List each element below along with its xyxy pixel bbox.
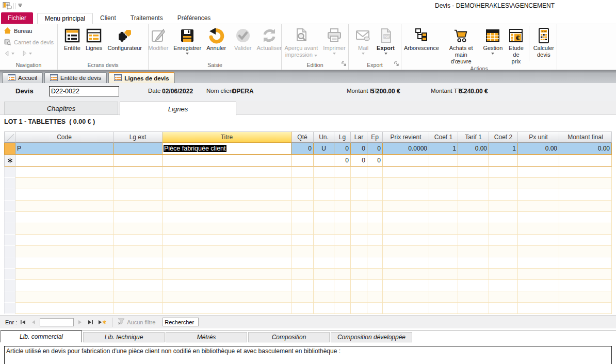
grid-empty-row	[4, 212, 612, 223]
cell-ep-new[interactable]: 0	[367, 155, 383, 167]
cell-lg-ext[interactable]	[114, 143, 163, 155]
form-tab-icon	[50, 74, 58, 82]
doc-tab-accueil[interactable]: Accueil	[2, 72, 43, 83]
lignes-button[interactable]: Lignes	[83, 25, 105, 52]
column-header-coef2[interactable]: Coef 2	[489, 131, 518, 143]
column-header-lg-ext[interactable]: Lg ext	[114, 131, 163, 143]
cell-tarif1[interactable]: 0.00	[458, 143, 489, 155]
group-label-edition: Edition	[282, 61, 348, 70]
column-header-prix-revient[interactable]: Prix revient	[383, 131, 429, 143]
cell-lg-new[interactable]: 0	[334, 155, 351, 167]
qat-customize-icon[interactable]	[18, 3, 23, 10]
column-header-tarif1[interactable]: Tarif 1	[458, 131, 489, 143]
column-header-coef1[interactable]: Coef 1	[429, 131, 458, 143]
gestion-dropdown-caret[interactable]	[491, 53, 494, 55]
cell-ep[interactable]: 0	[367, 143, 383, 155]
cell-coef1[interactable]: 1	[429, 143, 458, 155]
commercial-description-textarea[interactable]: Article utilisé en devis pour fabricatio…	[4, 346, 612, 364]
cell-prix-revient[interactable]: 0.0000	[383, 143, 429, 155]
cell-montant-final[interactable]: 0.00	[559, 143, 612, 155]
cell-un-new[interactable]	[314, 155, 334, 167]
column-header-un[interactable]: Un.	[314, 131, 334, 143]
doc-tab-entete-de-devis[interactable]: Entête de devis	[44, 72, 107, 83]
annuler-button[interactable]: Annuler	[204, 25, 229, 52]
devis-number-input[interactable]	[49, 86, 119, 96]
configurateur-button[interactable]: Configurateur	[105, 25, 144, 52]
tab-metres[interactable]: Métrés	[166, 332, 247, 342]
calculer-devis-button[interactable]: Calculer devis	[531, 25, 557, 58]
cell-lar[interactable]: 0	[351, 143, 367, 155]
etude-de-prix-button[interactable]: € Etude de prix	[505, 25, 527, 65]
enregistrer-dropdown-caret[interactable]	[186, 53, 189, 55]
annuler-undo-icon	[208, 26, 224, 45]
bureau-button[interactable]: Bureau	[0, 25, 57, 37]
tab-fichier[interactable]: Fichier	[1, 12, 33, 24]
cell-code[interactable]: P	[15, 143, 114, 155]
first-record-icon[interactable]	[19, 318, 27, 326]
row-selector-current[interactable]	[4, 143, 15, 155]
cell-qte[interactable]: 0	[291, 143, 314, 155]
arborescence-button[interactable]: Arborescence	[401, 25, 442, 52]
cell-coef2[interactable]: 1	[489, 143, 518, 155]
window-title: Devis - DEMO\HERAKLES\AGENCEMENT	[435, 2, 555, 9]
achats-main-oeuvre-button[interactable]: Achats et main d'œuvre	[442, 25, 481, 65]
record-number-input[interactable]	[40, 318, 74, 326]
cell-titre-new[interactable]	[163, 155, 291, 167]
tab-client[interactable]: Client	[93, 12, 123, 24]
cell-lg-ext-new[interactable]	[114, 155, 163, 167]
tab-composition-developpee[interactable]: Composition développée	[331, 332, 412, 342]
calculator-icon	[536, 26, 552, 45]
column-header-qte[interactable]: Qté	[291, 131, 314, 143]
enregistrer-button[interactable]: Enregistrer	[171, 25, 204, 55]
gestion-table-icon	[484, 26, 501, 45]
edition-dialog-launcher-icon[interactable]	[342, 61, 347, 68]
export-pdf-icon: PDF	[378, 26, 394, 45]
cell-lar-new[interactable]: 0	[351, 155, 367, 167]
select-all-corner[interactable]	[4, 131, 15, 143]
navigator-separator	[112, 318, 112, 327]
tab-preferences[interactable]: Préférences	[170, 12, 218, 24]
tab-composition[interactable]: Composition	[248, 332, 330, 342]
ribbon-group-ecrans-devis: Entête Lignes Configurateur Ecrans devis	[58, 24, 149, 70]
new-record-icon[interactable]	[96, 318, 107, 326]
cell-lg[interactable]: 0	[334, 143, 351, 155]
new-record-selector[interactable]	[4, 155, 15, 167]
subtab-lignes[interactable]: Lignes	[120, 102, 236, 115]
app-icon[interactable]	[3, 2, 12, 11]
export-button[interactable]: PDF Export	[374, 25, 397, 55]
cell-prix-revient-new[interactable]	[383, 155, 429, 167]
cell-un[interactable]: U	[314, 143, 334, 155]
export-dialog-launcher-icon[interactable]	[394, 61, 399, 68]
column-header-lg[interactable]: Lg	[334, 131, 351, 143]
cell-tarif1-new[interactable]	[458, 155, 489, 167]
group-separator	[529, 26, 529, 61]
search-input[interactable]	[163, 318, 199, 326]
column-header-ep[interactable]: Ep	[367, 131, 383, 143]
tab-lib-technique[interactable]: Lib. technique	[83, 332, 165, 342]
tab-traitements[interactable]: Traitements	[123, 12, 170, 24]
cell-coef2-new[interactable]	[489, 155, 518, 167]
cell-titre[interactable]: Pièce fabriquée client	[163, 143, 291, 155]
subtab-chapitres[interactable]: Chapitres	[4, 102, 118, 115]
cell-montant-final-new[interactable]	[559, 155, 612, 167]
cell-px-unit-new[interactable]	[518, 155, 559, 167]
column-header-lar[interactable]: Lar	[351, 131, 367, 143]
column-header-px-unit[interactable]: Px unit	[518, 131, 559, 143]
ribbon: Bureau Carnet de devis	[0, 24, 616, 70]
last-record-icon[interactable]	[86, 318, 94, 326]
cell-code-new[interactable]	[15, 155, 114, 167]
doc-tab-lignes-de-devis[interactable]: Lignes de devis	[108, 72, 174, 83]
cell-qte-new[interactable]	[291, 155, 314, 167]
cell-coef1-new[interactable]	[429, 155, 458, 167]
column-header-titre[interactable]: Titre	[163, 131, 291, 143]
modifier-pencil-icon	[150, 26, 167, 45]
tab-lib-commercial[interactable]: Lib. commercial	[1, 330, 82, 342]
tab-menu-principal[interactable]: Menu principal	[37, 13, 93, 24]
cell-px-unit[interactable]: 0.00	[518, 143, 559, 155]
quote-header: Devis Date 02/06/2022 Nom client OPERA M…	[0, 83, 616, 101]
lot-title: LOT 1 - TABLETTES ( 0.00 € )	[4, 118, 95, 125]
column-header-code[interactable]: Code	[15, 131, 114, 143]
column-header-montant-final[interactable]: Montant final	[559, 131, 612, 143]
gestion-button[interactable]: Gestion	[480, 25, 505, 55]
entete-button[interactable]: Entête	[61, 25, 83, 52]
